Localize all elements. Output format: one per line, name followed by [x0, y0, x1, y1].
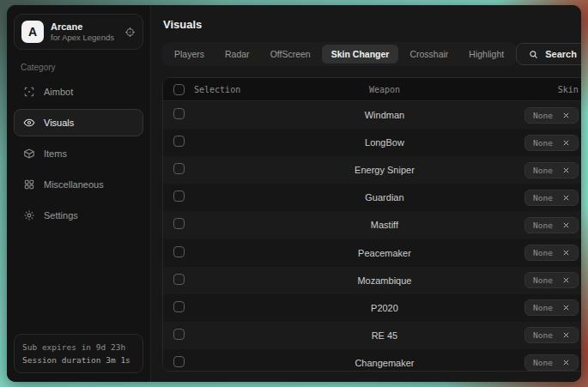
skin-column-label: Skin: [467, 85, 579, 94]
skin-value: None: [533, 111, 553, 120]
row-checkbox[interactable]: [173, 301, 185, 312]
select-all-checkbox[interactable]: [173, 84, 185, 95]
skin-select-badge[interactable]: None: [524, 135, 579, 151]
weapon-name: Guardian: [302, 192, 467, 203]
row-checkbox[interactable]: [173, 136, 185, 147]
row-checkbox[interactable]: [173, 218, 185, 229]
table-row-peacemaker: PeacemakerNone: [163, 239, 581, 266]
tab-players[interactable]: Players: [165, 45, 214, 63]
search-button[interactable]: Search: [516, 43, 581, 65]
subscription-info: Sub expires in 9d 23h Session duration 3…: [14, 334, 143, 373]
sidebar-item-settings[interactable]: Settings: [14, 202, 143, 229]
sidebar-item-miscellaneous[interactable]: Miscellaneous: [14, 171, 143, 198]
table-header: Selection Weapon Skin: [163, 78, 581, 101]
sidebar-item-visuals[interactable]: Visuals: [14, 109, 143, 136]
table-row-windman: WindmanNone: [163, 101, 581, 129]
clear-skin-icon[interactable]: [562, 112, 570, 119]
selection-cell: [173, 245, 302, 261]
skin-select-badge[interactable]: None: [524, 190, 579, 206]
row-checkbox[interactable]: [173, 190, 185, 202]
selection-header-cell: Selection: [173, 84, 302, 95]
skin-cell: None: [467, 162, 579, 178]
clear-skin-icon[interactable]: [562, 359, 570, 366]
sidebar-item-label: Settings: [44, 210, 78, 221]
row-checkbox[interactable]: [173, 246, 185, 257]
skin-cell: None: [467, 190, 579, 206]
items-icon: [23, 148, 35, 160]
row-checkbox[interactable]: [173, 108, 185, 119]
skin-select-badge[interactable]: None: [524, 107, 579, 124]
brand-subtitle: for Apex Legends: [51, 33, 114, 42]
toolbar: PlayersRadarOffScreenSkin ChangerCrossha…: [162, 42, 581, 66]
brand-text: Arcane for Apex Legends: [51, 21, 114, 42]
brand-title: Arcane: [51, 21, 114, 32]
weapon-name: LongBow: [302, 137, 467, 148]
table-body: WindmanNoneLongBowNoneEnergy SniperNoneG…: [163, 101, 581, 372]
weapon-column-label: Weapon: [302, 85, 467, 94]
skin-cell: None: [467, 245, 579, 261]
selection-cell: [173, 273, 302, 288]
sidebar-item-label: Miscellaneous: [44, 179, 104, 190]
skin-select-badge[interactable]: None: [524, 162, 579, 178]
row-checkbox[interactable]: [173, 274, 185, 285]
skin-select-badge[interactable]: None: [524, 299, 579, 316]
skin-cell: None: [467, 272, 579, 288]
tab-skin-changer[interactable]: Skin Changer: [322, 45, 399, 63]
skin-cell: None: [467, 107, 579, 124]
sidebar-item-items[interactable]: Items: [14, 140, 143, 167]
table-row-changemaker: ChangemakerNone: [163, 349, 581, 372]
table-row-energy-sniper: Energy SniperNone: [163, 156, 581, 184]
skin-cell: None: [467, 354, 579, 371]
table-row-p2020: P2020None: [163, 294, 581, 322]
miscellaneous-icon: [23, 178, 35, 190]
sidebar: A Arcane for Apex Legends Category Aimbo…: [7, 5, 151, 382]
clear-skin-icon[interactable]: [562, 166, 570, 174]
clear-skin-icon[interactable]: [562, 139, 570, 147]
skin-cell: None: [467, 217, 579, 233]
row-checkbox[interactable]: [173, 329, 185, 340]
skin-value: None: [533, 248, 553, 257]
skin-select-badge[interactable]: None: [524, 217, 579, 233]
page-title: Visuals: [163, 18, 581, 31]
brand-card: A Arcane for Apex Legends: [14, 14, 143, 50]
clear-skin-icon[interactable]: [562, 304, 570, 311]
skin-select-badge[interactable]: None: [524, 245, 579, 261]
tab-crosshair[interactable]: Crosshair: [400, 45, 458, 63]
skin-value: None: [533, 330, 553, 340]
weapon-name: Mastiff: [302, 220, 467, 230]
selection-column-label: Selection: [194, 85, 240, 94]
sidebar-item-label: Aimbot: [44, 87, 73, 97]
clear-skin-icon[interactable]: [562, 221, 570, 229]
clear-skin-icon[interactable]: [562, 331, 570, 339]
weapon-name: Energy Sniper: [302, 165, 467, 175]
selection-cell: [173, 135, 302, 150]
skin-select-badge[interactable]: None: [524, 354, 579, 371]
crosshair-icon[interactable]: [124, 27, 136, 38]
clear-skin-icon[interactable]: [562, 276, 570, 284]
skin-value: None: [533, 138, 553, 148]
row-checkbox[interactable]: [173, 163, 185, 174]
tab-bar: PlayersRadarOffScreenSkin ChangerCrossha…: [162, 42, 516, 66]
selection-cell: [173, 217, 302, 233]
tab-radar[interactable]: Radar: [215, 45, 259, 63]
clear-skin-icon[interactable]: [562, 249, 570, 257]
clear-skin-icon[interactable]: [562, 194, 570, 202]
skin-select-badge[interactable]: None: [524, 327, 579, 343]
skin-value: None: [533, 303, 553, 312]
app-logo: A: [21, 21, 44, 43]
skin-select-badge[interactable]: None: [524, 272, 579, 288]
tab-offscreen[interactable]: OffScreen: [261, 45, 320, 63]
table-row-mozambique: MozambiqueNone: [163, 267, 581, 294]
row-checkbox[interactable]: [173, 356, 185, 367]
weapon-name: P2020: [302, 303, 467, 313]
visuals-icon: [23, 117, 35, 129]
aimbot-icon: [23, 86, 35, 98]
skin-value: None: [533, 221, 553, 230]
table-row-mastiff: MastiffNone: [163, 211, 581, 239]
sidebar-item-label: Visuals: [44, 118, 74, 128]
tab-highlight[interactable]: Highlight: [459, 45, 513, 63]
skin-value: None: [533, 166, 553, 175]
sidebar-item-aimbot[interactable]: Aimbot: [14, 78, 143, 106]
table-row-longbow: LongBowNone: [163, 129, 581, 156]
skin-cell: None: [467, 135, 579, 151]
